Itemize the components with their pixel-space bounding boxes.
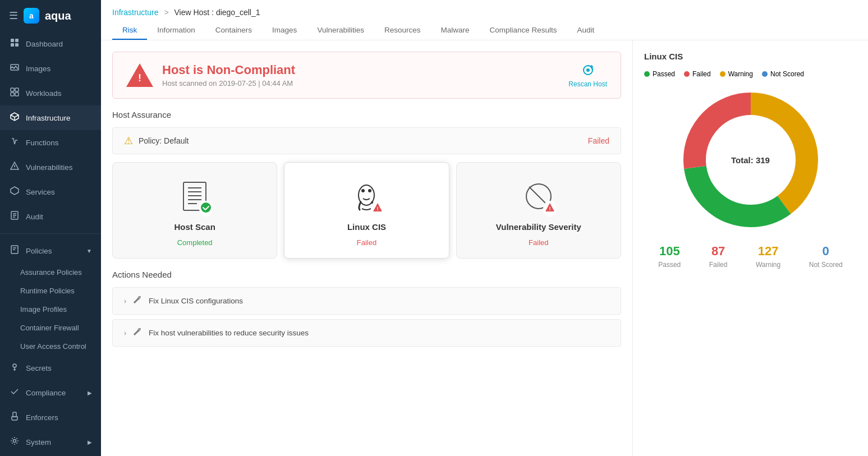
sidebar-item-system[interactable]: System ▶ [0,430,101,454]
wrench-icon-2 [133,328,142,338]
sidebar-item-dashboard[interactable]: Dashboard [0,31,101,56]
alert-left: ! Host is Non-Compliant Host scanned on … [126,63,295,87]
action-item-vulnerabilities[interactable]: › Fix host vulnerabilities to reduce sec… [112,319,621,347]
svg-point-14 [13,440,16,443]
vuln-severity-status: Failed [529,238,548,247]
stat-passed-label: Passed [658,261,681,269]
sidebar-item-runtime-policies[interactable]: Runtime Policies [0,282,101,300]
warning-label: Warning [728,70,753,78]
policy-name: Policy: Default [139,136,189,145]
tabs: Risk Information Containers Images Vulne… [112,21,857,40]
policy-bar: ⚠ Policy: Default Failed [112,127,621,154]
sidebar-item-secrets[interactable]: Secrets [0,356,101,380]
rescan-button[interactable]: Rescan Host [568,62,607,88]
image-profiles-label: Image Profiles [20,305,67,314]
workloads-icon [9,87,20,99]
svg-point-16 [586,68,590,72]
tab-resources[interactable]: Resources [374,21,431,40]
sidebar-item-vulnerabilities[interactable]: Vulnerabilities [0,155,101,179]
sidebar-item-dashboard-label: Dashboard [26,40,63,48]
infrastructure-icon [9,112,20,123]
host-assurance-title: Host Assurance [112,110,621,119]
sidebar: ☰ a aqua Dashboard Images Workloads Infr… [0,0,101,456]
sidebar-item-assurance-policies[interactable]: Assurance Policies [0,263,101,282]
stat-not-scored-label: Not Scored [809,261,843,269]
cis-legend: Passed Failed Warning Not Scored [644,70,857,78]
tab-risk[interactable]: Risk [112,21,147,40]
sidebar-item-images[interactable]: Images [0,56,101,81]
alert-triangle-icon: ! [126,63,153,87]
breadcrumb: Infrastructure > View Host : diego_cell_… [112,0,857,17]
main-panel: ! Host is Non-Compliant Host scanned on … [101,40,632,456]
sidebar-item-images-label: Images [26,65,50,73]
svg-point-23 [201,202,211,213]
sidebar-item-infrastructure-label: Infrastructure [26,114,71,122]
sidebar-item-functions[interactable]: Functions [0,130,101,155]
stat-failed-value: 87 [711,244,725,259]
sidebar-item-infrastructure[interactable]: Infrastructure [0,105,101,130]
logo-icon: a [24,8,39,24]
svg-rect-5 [11,88,14,91]
policies-icon [9,245,20,256]
breadcrumb-separator: > [164,8,168,17]
sidebar-item-policies[interactable]: Policies ▼ [0,238,101,263]
sidebar-item-compliance[interactable]: Compliance ▶ [0,380,101,405]
cis-stats: 105 Passed 87 Failed 127 Warning 0 Not S… [644,244,857,269]
tab-information[interactable]: Information [147,21,205,40]
sidebar-item-image-profiles[interactable]: Image Profiles [0,300,101,319]
svg-rect-1 [15,39,19,42]
services-icon [9,186,20,197]
tab-audit[interactable]: Audit [567,21,605,40]
tab-vulnerabilities[interactable]: Vulnerabilities [307,21,374,40]
scan-card-vulnerability-severity[interactable]: ! Vulnerability Severity Failed [456,162,621,259]
tab-images[interactable]: Images [262,21,307,40]
actions-title: Actions Needed [112,270,621,279]
linux-cis-title: Linux CIS [347,222,386,232]
svg-rect-2 [11,43,14,47]
tab-compliance-results[interactable]: Compliance Results [479,21,567,40]
scan-card-linux-cis[interactable]: ! Linux CIS Failed [284,162,449,259]
logo-text: aqua [45,10,71,22]
breadcrumb-link[interactable]: Infrastructure [112,8,158,17]
sidebar-item-vulnerabilities-label: Vulnerabilities [26,163,73,172]
sidebar-item-enforcers[interactable]: Enforcers [0,405,101,430]
scan-card-host-scan[interactable]: Host Scan Completed [112,162,277,259]
stat-warning-value: 127 [758,244,779,259]
container-firewall-label: Container Firewall [20,324,79,332]
breadcrumb-current: View Host : diego_cell_1 [174,8,260,17]
sidebar-item-audit[interactable]: Audit [0,204,101,229]
svg-rect-3 [15,43,19,47]
images-icon [9,63,20,74]
sidebar-item-user-access-control[interactable]: User Access Control [0,337,101,356]
sidebar-item-services[interactable]: Services [0,179,101,204]
stat-failed: 87 Failed [709,244,728,269]
warning-dot [720,71,725,77]
user-access-control-label: User Access Control [20,342,86,351]
stat-passed: 105 Passed [658,244,681,269]
tab-malware[interactable]: Malware [430,21,479,40]
dashboard-icon [9,38,20,49]
rescan-label: Rescan Host [568,80,607,88]
alert-text: Host is Non-Compliant Host scanned on 20… [162,63,295,87]
svg-rect-7 [11,93,14,96]
sidebar-item-enforcers-label: Enforcers [26,413,58,422]
linux-cis-status: Failed [357,238,376,247]
passed-label: Passed [653,70,675,78]
svg-point-26 [361,189,365,192]
donut-total-label: Total: 319 [731,155,770,165]
hamburger-icon[interactable]: ☰ [9,10,18,22]
action-item-linux-cis[interactable]: › Fix Linux CIS configurations [112,287,621,315]
vulnerability-severity-icon: ! [522,179,555,215]
content-area: ! Host is Non-Compliant Host scanned on … [101,40,868,456]
not-scored-label: Not Scored [770,70,804,78]
action-linux-cis-label: Fix Linux CIS configurations [149,297,243,305]
svg-rect-0 [11,39,14,42]
sidebar-item-container-firewall[interactable]: Container Firewall [0,319,101,337]
stat-not-scored: 0 Not Scored [809,244,843,269]
sidebar-item-workloads[interactable]: Workloads [0,81,101,105]
compliance-icon [9,387,20,398]
right-panel: Linux CIS Passed Failed Warning Not Sc [632,40,868,456]
sidebar-header: ☰ a aqua [0,0,101,31]
tab-containers[interactable]: Containers [205,21,262,40]
alert-subtitle: Host scanned on 2019-07-25 | 04:44 AM [162,79,295,87]
